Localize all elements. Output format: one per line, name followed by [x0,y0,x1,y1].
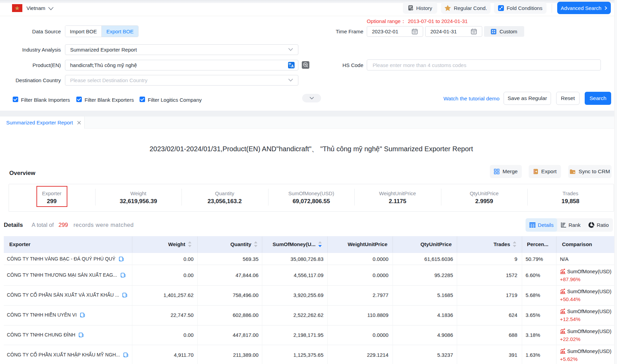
svg-text:A: A [291,64,294,68]
